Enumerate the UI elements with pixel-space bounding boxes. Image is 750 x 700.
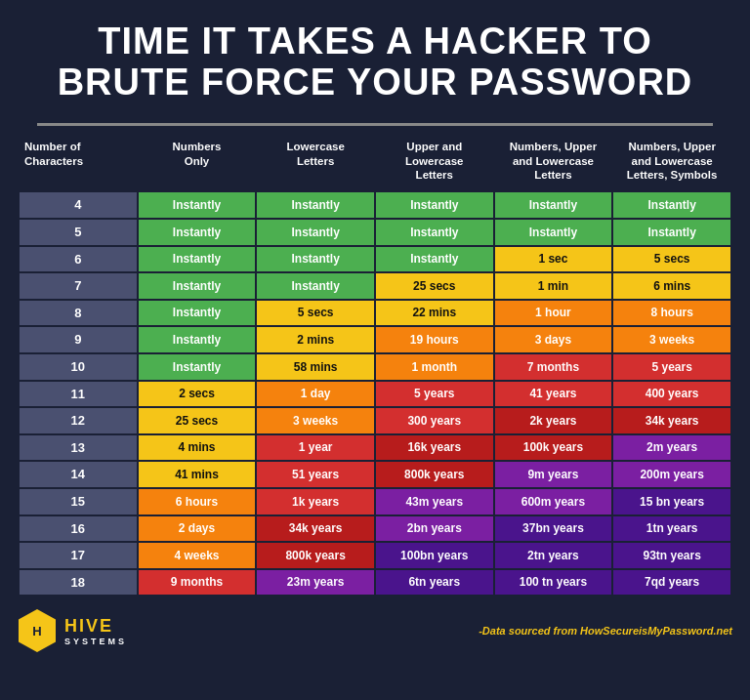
time-cell: 6 mins: [612, 272, 731, 300]
time-cell: 3 days: [494, 326, 613, 353]
time-cell: 9m years: [494, 461, 613, 488]
time-cell: 41 mins: [138, 461, 257, 488]
col-header-upper-lower: Upper andLowercaseLetters: [375, 132, 494, 192]
table-header-row: Number ofCharacters NumbersOnly Lowercas…: [19, 132, 731, 192]
header: TIME IT TAKES A HACKER TO BRUTE FORCE YO…: [0, 0, 750, 113]
char-count-cell: 12: [19, 407, 138, 434]
time-cell: Instantly: [138, 326, 257, 353]
time-cell: 300 years: [375, 407, 494, 434]
time-cell: 1tn years: [612, 515, 731, 543]
char-count-cell: 7: [19, 272, 138, 300]
time-cell: 9 months: [138, 569, 257, 597]
char-count-cell: 18: [19, 569, 138, 597]
time-cell: 2k years: [494, 407, 613, 434]
time-cell: Instantly: [256, 246, 375, 273]
time-cell: 2m years: [612, 434, 731, 462]
col-header-numbers: NumbersOnly: [138, 132, 257, 192]
time-cell: Instantly: [138, 300, 257, 327]
time-cell: 3 weeks: [256, 407, 375, 434]
char-count-cell: 11: [19, 381, 138, 408]
char-count-cell: 14: [19, 461, 138, 488]
table-row: 189 months23m years6tn years100 tn years…: [19, 569, 731, 597]
time-cell: 2 mins: [256, 326, 375, 353]
time-cell: 8 hours: [612, 300, 731, 327]
time-cell: 1 month: [375, 353, 494, 381]
time-cell: 15 bn years: [612, 488, 731, 515]
table-row: 134 mins1 year16k years100k years2m year…: [19, 434, 731, 462]
time-cell: 5 secs: [256, 300, 375, 327]
char-count-cell: 15: [19, 488, 138, 515]
char-count-cell: 10: [19, 353, 138, 381]
char-count-cell: 6: [19, 246, 138, 273]
table-row: 9Instantly2 mins19 hours3 days3 weeks: [19, 326, 731, 353]
time-cell: 25 secs: [375, 272, 494, 300]
table-row: 156 hours1k years43m years600m years15 b…: [19, 488, 731, 515]
char-count-cell: 8: [19, 300, 138, 327]
time-cell: 800k years: [375, 461, 494, 488]
logo-systems: SYSTEMS: [64, 637, 127, 646]
time-cell: 3 weeks: [612, 326, 731, 353]
time-cell: 2tn years: [494, 542, 613, 569]
time-cell: 600m years: [494, 488, 613, 515]
title-line1: TIME IT TAKES A HACKER TO: [98, 21, 652, 62]
logo-hive: HIVE: [64, 616, 127, 637]
svg-text:H: H: [32, 624, 41, 638]
time-cell: 22 mins: [375, 300, 494, 327]
table-row: 10Instantly58 mins1 month7 months5 years: [19, 353, 731, 381]
table-row: 174 weeks800k years100bn years2tn years9…: [19, 542, 731, 569]
time-cell: 4 weeks: [138, 542, 257, 569]
col-header-lower: LowercaseLetters: [256, 132, 375, 192]
time-cell: 100 tn years: [494, 569, 613, 597]
time-cell: 1 min: [494, 272, 613, 300]
table-row: 4InstantlyInstantlyInstantlyInstantlyIns…: [19, 191, 731, 219]
footer: H HIVE SYSTEMS -Data sourced from HowSec…: [0, 600, 750, 661]
time-cell: 100k years: [494, 434, 613, 462]
table-row: 8Instantly5 secs22 mins1 hour8 hours: [19, 300, 731, 327]
logo: H HIVE SYSTEMS: [18, 608, 127, 653]
time-cell: 93tn years: [612, 542, 731, 569]
char-count-cell: 5: [19, 219, 138, 246]
time-cell: 1 sec: [494, 246, 613, 273]
table-row: 1225 secs3 weeks300 years2k years34k yea…: [19, 407, 731, 434]
time-cell: 2bn years: [375, 515, 494, 543]
time-cell: 7 months: [494, 353, 613, 381]
table-row: 5InstantlyInstantlyInstantlyInstantlyIns…: [19, 219, 731, 246]
col-header-num-upper-lower-sym: Numbers, Upperand LowercaseLetters, Symb…: [612, 132, 731, 192]
time-cell: 51 years: [256, 461, 375, 488]
time-cell: 2 secs: [138, 381, 257, 408]
time-cell: 5 years: [612, 353, 731, 381]
time-cell: 200m years: [612, 461, 731, 488]
time-cell: 7qd years: [612, 569, 731, 597]
time-cell: 6tn years: [375, 569, 494, 597]
table-row: 7InstantlyInstantly25 secs1 min6 mins: [19, 272, 731, 300]
table-row: 162 days34k years2bn years37bn years1tn …: [19, 515, 731, 543]
char-count-cell: 9: [19, 326, 138, 353]
time-cell: Instantly: [138, 272, 257, 300]
time-cell: 19 hours: [375, 326, 494, 353]
title-line2: BRUTE FORCE YOUR PASSWORD: [58, 62, 693, 103]
time-cell: Instantly: [612, 219, 731, 246]
table-row: 6InstantlyInstantlyInstantly1 sec5 secs: [19, 246, 731, 273]
time-cell: 800k years: [256, 542, 375, 569]
char-count-cell: 16: [19, 515, 138, 543]
char-count-cell: 17: [19, 542, 138, 569]
time-cell: Instantly: [138, 191, 257, 219]
time-cell: Instantly: [138, 219, 257, 246]
time-cell: 1 hour: [494, 300, 613, 327]
time-cell: 25 secs: [138, 407, 257, 434]
time-cell: 58 mins: [256, 353, 375, 381]
time-cell: Instantly: [256, 191, 375, 219]
table-container: Number ofCharacters NumbersOnly Lowercas…: [0, 132, 750, 597]
time-cell: Instantly: [138, 246, 257, 273]
time-cell: 43m years: [375, 488, 494, 515]
table-row: 1441 mins51 years800k years9m years200m …: [19, 461, 731, 488]
brute-force-table: Number ofCharacters NumbersOnly Lowercas…: [18, 132, 732, 597]
time-cell: Instantly: [375, 246, 494, 273]
col-header-num-upper-lower: Numbers, Upperand LowercaseLetters: [494, 132, 613, 192]
table-row: 112 secs1 day5 years41 years400 years: [19, 381, 731, 408]
time-cell: 41 years: [494, 381, 613, 408]
time-cell: 1 year: [256, 434, 375, 462]
time-cell: 34k years: [612, 407, 731, 434]
time-cell: 23m years: [256, 569, 375, 597]
source-text: -Data sourced from HowSecureisMyPassword…: [479, 625, 732, 637]
